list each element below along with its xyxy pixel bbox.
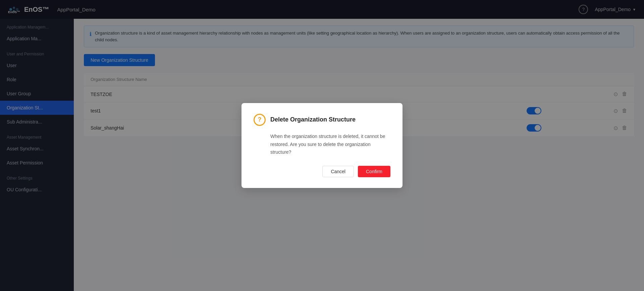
- cancel-button[interactable]: Cancel: [322, 166, 354, 177]
- modal-header: ? Delete Organization Structure: [254, 114, 390, 126]
- delete-modal: ? Delete Organization Structure When the…: [241, 103, 402, 188]
- modal-overlay[interactable]: ? Delete Organization Structure When the…: [0, 0, 644, 291]
- modal-body: When the organization structure is delet…: [254, 133, 390, 156]
- modal-actions: Cancel Confirm: [254, 166, 390, 177]
- confirm-button[interactable]: Confirm: [358, 166, 390, 177]
- modal-title: Delete Organization Structure: [270, 116, 356, 123]
- modal-warn-icon: ?: [254, 114, 266, 126]
